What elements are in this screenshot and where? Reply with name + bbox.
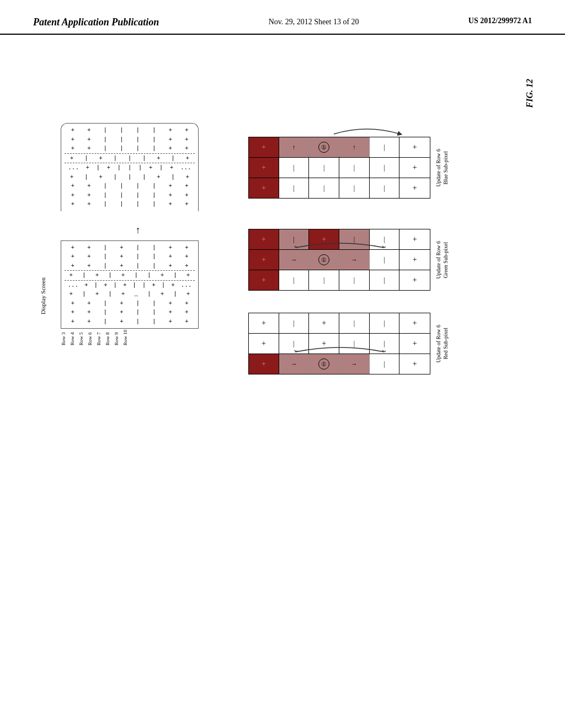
row-label: Row 5 (78, 330, 84, 345)
cell: | (309, 270, 339, 290)
cell-circled: ① (309, 250, 339, 270)
green-label: Update of Row 6 Green Sub-pixel (435, 241, 479, 279)
green-grid: + | + | | + (248, 229, 430, 291)
grid-top: ++||||++ ++||||++ ++||||++ +|+|||+|+ ...… (61, 123, 199, 211)
grid-row-3: + → ① → | + (248, 354, 430, 374)
red-subpixel-section: + | + | | + + | + | | + (248, 307, 535, 374)
curved-arrow-svg (279, 123, 461, 137)
row-labels: Row 3 Row 4 Row 5 Row 6 Row 7 Row 8 Row … (61, 330, 232, 345)
cell: → (279, 354, 310, 374)
blue-subpixel-section: + ↑ ① ↑ | + + | | | | + (248, 123, 535, 199)
grid-row-1: + | + | | + (248, 229, 430, 249)
blue-grid-wrapper: + ↑ ① ↑ | + + | | | | + (248, 137, 535, 199)
cell: | (339, 178, 370, 198)
cell: | (339, 229, 370, 249)
cell: | (279, 313, 310, 333)
grid-row-2: + → ① → | + (248, 249, 430, 270)
cell: | (370, 313, 400, 333)
cell: | (339, 270, 370, 290)
cell: | (370, 158, 400, 178)
cell-bar: | (370, 137, 400, 157)
blue-subpixel-label: Update of Row 6 Blue Sub-pixel (435, 149, 449, 187)
publication-title: Patent Application Publication (33, 17, 159, 28)
cell: | (370, 354, 400, 374)
row-label: Row 3 (61, 330, 66, 345)
cell: | (339, 313, 370, 333)
grid-row: ++|+||++ (65, 243, 195, 253)
sheet-info: Nov. 29, 2012 Sheet 13 of 20 (269, 18, 359, 26)
grid-row: ++|+||++ (65, 252, 195, 261)
cell: | (309, 158, 339, 178)
cell-dark: + (249, 270, 279, 290)
row-label: Row 4 (70, 330, 75, 345)
cell: | (279, 334, 310, 354)
cell: | (309, 178, 339, 198)
cell-dark: + (249, 178, 279, 198)
red-subpixel-label: Update of Row 6 Red Sub-pixel (435, 325, 449, 363)
cell: → (279, 250, 310, 270)
cell-plus: + (399, 137, 430, 157)
cell-dark: + (249, 354, 279, 374)
row-label: Row 10 (122, 330, 128, 345)
grid-row: ++|+||++ (65, 261, 195, 271)
cell: → (339, 354, 370, 374)
patent-number: US 2012/299972 A1 (468, 17, 532, 25)
main-content: FIG. 12 ++||||++ ++||||++ ++||||++ +|+||… (0, 35, 565, 719)
row-label: Row 9 (114, 330, 119, 345)
grid-row-dots: ...+|+|+||+|+... (65, 281, 195, 290)
cell-circled: ① (309, 354, 339, 374)
grid-row-dots: ...+|+|||+|+... (65, 163, 195, 173)
cell-circled: ① (309, 137, 339, 157)
cell: + (399, 313, 430, 333)
blue-label: Update of Row 6 Blue Sub-pixel (435, 149, 479, 187)
cell: | (339, 158, 370, 178)
grid-row: +|+|||+|+ (65, 173, 195, 182)
cell-dark: + (249, 137, 279, 157)
grid-row-dashed: +|+|||+|+ (65, 153, 195, 164)
row-label: Row 6 (87, 330, 93, 345)
red-grid: + | + | | + + | + | | + (248, 313, 430, 374)
cell: | (279, 270, 310, 290)
grid-row-2: + | | | | + (248, 157, 430, 178)
cell: | (370, 270, 400, 290)
row-label: Row 8 (105, 330, 110, 345)
cell: → (339, 250, 370, 270)
grid-row: ++|+||++ (65, 299, 195, 308)
cell: + (249, 313, 279, 333)
cell: | (339, 334, 370, 354)
cell-dark: + (249, 158, 279, 178)
grid-row: ++||||++ (65, 200, 195, 209)
arrow-up-icon: ↑ (44, 224, 232, 236)
figure-label: FIG. 12 (525, 79, 535, 108)
cell-arrow: ↑ (339, 137, 370, 157)
grid-row: ++|+||++ (65, 317, 195, 326)
grid-row-3: + | | | | + (248, 178, 430, 199)
cell: | (370, 178, 400, 198)
curved-arrow-annotation-blue (279, 123, 461, 137)
cell: + (399, 229, 430, 249)
green-subpixel-section: + | + | | + (248, 215, 535, 291)
grid-row-1: + | + | | + (248, 313, 430, 333)
cell-dark: + (249, 229, 279, 249)
red-grid-wrapper: + | + | | + + | + | | + (248, 313, 535, 374)
header: Patent Application Publication Nov. 29, … (0, 0, 565, 35)
grid-row-dashed: +|+|+||+|+ (65, 270, 195, 281)
blue-grid: + ↑ ① ↑ | + + | | | | + (248, 137, 430, 199)
cell: + (399, 334, 430, 354)
grid-row: ++||||++ (65, 135, 195, 144)
green-subpixel-label: Update of Row 6 Green Sub-pixel (435, 241, 449, 279)
grid-row-2: + | + | | + (248, 333, 430, 354)
cell-dark: + (249, 250, 279, 270)
grid-bottom: ++|+||++ ++|+||++ ++|+||++ +|+|+||+|+ ..… (61, 240, 199, 329)
cell: | (279, 229, 310, 249)
cell: + (249, 334, 279, 354)
cell-shaded: ↑ (279, 137, 310, 157)
grid-row: ++|+||++ (65, 308, 195, 317)
red-label: Update of Row 6 Red Sub-pixel (435, 325, 479, 363)
cell: + (399, 158, 430, 178)
grid-row: ++||||++ (65, 126, 195, 135)
cell: + (399, 250, 430, 270)
cell: | (279, 158, 310, 178)
green-grid-wrapper: + | + | | + (248, 229, 535, 291)
grid-row-3: + | | | | + (248, 270, 430, 291)
